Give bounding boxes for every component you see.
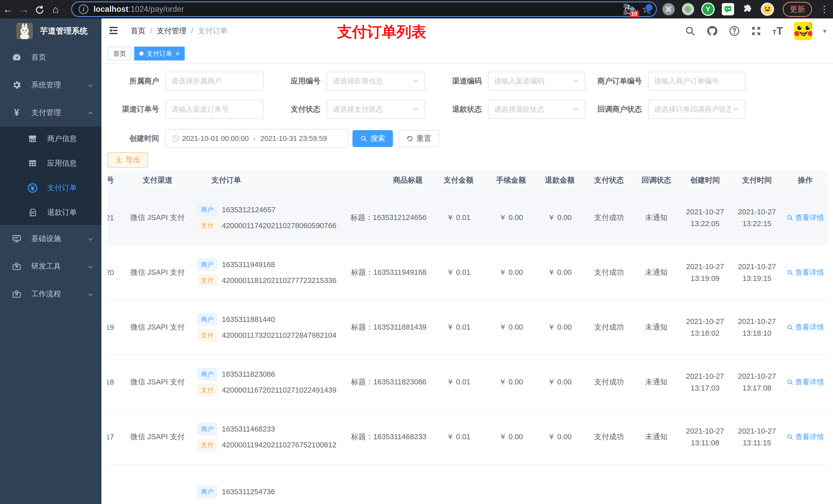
url-bar[interactable]: i localhost:1024/pay/order ☆	[71, 2, 657, 17]
sidebar-item-system[interactable]: 系统管理	[0, 71, 101, 99]
cell-title: 标题：1635311881439	[343, 322, 430, 332]
merchant-tag: 商户	[197, 258, 217, 271]
sidebar-item-label: 基础设施	[31, 234, 87, 244]
chevron-up-icon	[87, 109, 94, 117]
filter-row-2: 渠道订单号 支付状态 退款状态 回调商户状态	[108, 100, 828, 119]
site-info-icon[interactable]: i	[79, 4, 88, 14]
view-detail-link[interactable]: 查看详情	[787, 268, 824, 278]
view-detail-link[interactable]: 查看详情	[787, 322, 824, 332]
pay-tag: 支付	[197, 219, 217, 232]
filter-row-3: 创建时间 - 搜索 重置	[108, 129, 828, 148]
chat-extension-icon[interactable]	[722, 3, 734, 15]
refund-status-select[interactable]	[494, 105, 570, 114]
sidebar-item-home[interactable]: 首页	[0, 44, 101, 71]
table-row[interactable]: 17 微信 JSAPI 支付 商户 1635311468233 支付 42000…	[108, 410, 828, 464]
pay-status-select[interactable]	[333, 105, 410, 114]
search-button[interactable]: 搜索	[353, 130, 393, 147]
font-size-icon[interactable]: TT	[772, 25, 783, 37]
channel-code-select[interactable]	[494, 77, 570, 85]
view-detail-link[interactable]: 查看详情	[787, 213, 824, 222]
table-row[interactable]: 21 微信 JSAPI 支付 商户 1635312124657 支付 42000…	[108, 191, 828, 245]
sidebar-fold-icon[interactable]	[108, 25, 119, 37]
sidebar-item-infra[interactable]: 基础设施	[0, 225, 101, 253]
sidebar-item-label: 支付订单	[47, 183, 94, 193]
sidebar-item-app-info[interactable]: 应用信息	[0, 151, 101, 176]
magnifier-icon	[787, 324, 793, 331]
puzzle-extensions-icon[interactable]	[741, 3, 754, 15]
date-end-input[interactable]	[258, 135, 329, 143]
balloon-extension-icon[interactable]	[643, 3, 655, 15]
pay-order-no: 4200001167202110271022491439	[222, 386, 336, 394]
logo-avatar	[16, 23, 33, 39]
pay-order-line: 支付 4200001167202110271022491439	[197, 384, 343, 396]
pay-order-no: 4200001181202110277723215336	[222, 276, 336, 285]
chevron-down-icon	[87, 262, 94, 271]
export-button[interactable]: 导出	[108, 152, 148, 168]
view-detail-link[interactable]: 查看详情	[787, 377, 824, 387]
filter-merchant: 所属商户	[108, 72, 264, 91]
col-id: 编号	[108, 175, 120, 186]
sidebar-item-merchant-info[interactable]: 商户信息	[0, 126, 101, 151]
filter-channel-order-no: 渠道订单号	[108, 100, 264, 119]
command-extension-icon[interactable]: ⌘	[662, 3, 675, 15]
chevron-down-icon	[412, 105, 419, 113]
help-icon[interactable]	[729, 25, 740, 37]
sidebar-item-devtool[interactable]: 研发工具	[0, 253, 101, 280]
browser-reload-icon[interactable]	[32, 0, 48, 19]
browser-update-button[interactable]: 更新	[783, 2, 812, 17]
cell-pay-amount: ￥ 0.01	[430, 213, 487, 223]
tab-close-icon[interactable]: ×	[176, 50, 180, 57]
cell-notify-status: 未通知	[634, 377, 679, 387]
browser-menu-icon[interactable]: ⋮	[820, 4, 829, 15]
field-label: 渠道编码	[430, 76, 488, 86]
sidebar-item-pay-order[interactable]: 支付订单	[0, 176, 101, 200]
tab-home[interactable]: 首页	[108, 47, 131, 61]
sidebar-logo[interactable]: 芋道管理系统	[0, 19, 101, 44]
avatar-caret-icon[interactable]: ▾	[823, 27, 826, 35]
channel-order-no-input[interactable]	[171, 105, 258, 114]
github-icon[interactable]	[706, 25, 718, 37]
table-row[interactable]: 18 微信 JSAPI 支付 商户 1635311823086 支付 42000…	[108, 355, 828, 410]
y-extension-icon[interactable]: Y	[701, 3, 715, 16]
date-start-input[interactable]	[180, 135, 251, 143]
fullscreen-icon[interactable]	[751, 26, 762, 37]
table-row[interactable]: 商户 1635311254736 支付	[108, 464, 828, 504]
notify-status-select[interactable]	[654, 105, 731, 114]
emoji-profile-icon[interactable]	[761, 3, 774, 16]
url-text: localhost:1024/pay/order	[94, 5, 184, 14]
merchant-input[interactable]	[171, 77, 258, 85]
browser-forward-icon[interactable]: →	[16, 0, 32, 19]
view-detail-link[interactable]: 查看详情	[787, 432, 824, 442]
cell-refund-amount: ￥ 0.00	[536, 213, 584, 223]
breadcrumb-separator: /	[191, 27, 193, 35]
user-avatar[interactable]	[794, 22, 812, 40]
browser-home-icon[interactable]: ⌂	[48, 0, 64, 19]
table-row[interactable]: 19 微信 JSAPI 支付 商户 1635311881440 支付 42000…	[108, 300, 828, 355]
browser-back-icon[interactable]: ←	[0, 0, 16, 19]
col-pay-status: 支付状态	[584, 175, 634, 186]
table-header: 编号 支付渠道 支付订单 商品标题 支付金额 手续金额 退款金额 支付状态 回调…	[108, 170, 828, 191]
breadcrumb-pay[interactable]: 支付管理	[157, 26, 187, 36]
cell-fee-amount: ￥ 0.00	[487, 322, 536, 332]
cell-notify-status: 未通知	[634, 213, 679, 223]
reset-button[interactable]: 重置	[399, 130, 439, 147]
breadcrumb-home[interactable]: 首页	[130, 26, 145, 36]
search-icon[interactable]	[685, 26, 695, 37]
cell-pay-order: 商户 1635311881440 支付 42000011732021102728…	[195, 310, 343, 345]
merchant-order-no-input[interactable]	[654, 77, 739, 85]
col-channel: 支付渠道	[120, 175, 195, 186]
table-row[interactable]: 20 微信 JSAPI 支付 商户 1635311949168 支付 42000…	[108, 245, 828, 300]
dot-extension-icon[interactable]	[682, 3, 694, 15]
cell-pay-order: 商户 1635311468233 支付 42000011942021102767…	[195, 419, 343, 455]
filter-merchant-order-no: 商户订单编号	[590, 72, 745, 91]
sidebar-item-workflow[interactable]: 工作流程	[0, 280, 101, 308]
tab-pay-order[interactable]: 支付订单 ×	[134, 47, 185, 61]
tabs-extension-icon[interactable]: ◆ 10	[623, 3, 636, 15]
date-range-picker[interactable]: -	[165, 129, 348, 148]
cell-pay-amount: ￥ 0.01	[430, 322, 487, 332]
sidebar-item-pay[interactable]: ¥ 支付管理	[0, 99, 101, 126]
cell-channel: 微信 JSAPI 支付	[120, 322, 195, 332]
app-select[interactable]	[333, 77, 410, 85]
sidebar-item-refund-order[interactable]: 退款订单	[0, 200, 101, 225]
col-create-time: 创建时间	[679, 175, 731, 186]
